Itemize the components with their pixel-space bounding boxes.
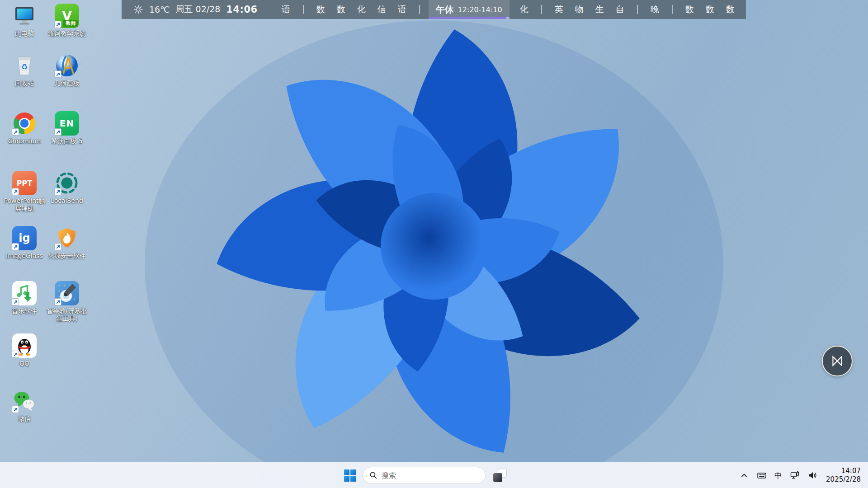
chromium-icon	[12, 111, 37, 136]
sketchpad-icon	[55, 53, 79, 78]
schedule-divider	[303, 5, 304, 14]
task-view-icon	[493, 469, 507, 482]
desktop-icon-weici[interactable]: V 教师 维词教学系统	[46, 4, 88, 38]
shortcut-arrow-icon	[12, 406, 19, 413]
teacher-badge: 教师	[63, 20, 78, 27]
desktop-icon-music-app[interactable]: 音乐软件	[4, 281, 45, 315]
taskbar-clock[interactable]: 14:07 2025/2/28	[826, 466, 861, 484]
desktop-icon-easinote[interactable]: EN 希沃白板 5	[46, 111, 88, 145]
search-input[interactable]	[382, 471, 479, 480]
desktop-icon-wechat[interactable]: 微信	[4, 389, 45, 422]
desktop-icon-zhihuijiao[interactable]: 智绘教(屏幕批注工具)	[46, 281, 88, 323]
localsend-icon	[55, 171, 79, 195]
volume-icon[interactable]	[807, 470, 817, 480]
class-schedule-bar: 16℃ 周五 02/28 14:06 语数数化信语午休12:20-14:10化英…	[122, 0, 746, 19]
desktop-icon-imageglass[interactable]: ig ImageGlass	[4, 226, 45, 260]
schedule-subject[interactable]: 物	[575, 4, 584, 15]
desktop-icon-ppt-touch-assist[interactable]: PPT PowerPoint触屏辅助	[4, 171, 45, 212]
desktop-icon-label: 此电脑	[4, 30, 45, 38]
desktop-icon-this-pc[interactable]: 此电脑	[4, 4, 45, 38]
this-pc-icon	[12, 4, 37, 28]
search-icon	[369, 471, 377, 479]
schedule-subject[interactable]: 语	[398, 4, 406, 15]
schedule-subject[interactable]: 化	[357, 4, 366, 15]
period-progress-bar	[429, 17, 509, 19]
qq-penguin-icon	[12, 333, 37, 358]
desktop-icon-chromium[interactable]: Chromium	[4, 111, 45, 145]
sun-icon	[133, 5, 143, 14]
shortcut-arrow-icon	[54, 21, 61, 28]
desktop-icon-sketchpad[interactable]: 几何画板	[46, 53, 88, 87]
task-view-button[interactable]	[491, 466, 509, 484]
current-period[interactable]: 午休12:20-14:10	[429, 0, 509, 19]
shortcut-arrow-icon	[12, 243, 19, 250]
desktop-icon-grid: 此电脑 V 教师 维词教学系统 ♻ 回收站	[3, 0, 93, 452]
ppt-assist-icon: PPT	[12, 171, 37, 195]
desktop-icon-label: ImageGlass	[4, 252, 45, 260]
desktop-icon-recycle-bin[interactable]: ♻ 回收站	[4, 53, 45, 87]
recycle-bin-icon: ♻	[12, 53, 37, 78]
wechat-icon	[12, 389, 37, 413]
tray-chevron-up-icon[interactable]	[739, 470, 749, 480]
desktop-icon-huorong[interactable]: 火绒安全软件	[46, 226, 88, 260]
desktop-icon-localsend[interactable]: LocalSend	[46, 171, 88, 205]
weather-time-group: 16℃ 周五 02/28 14:06	[133, 4, 258, 15]
desktop-icon-qq[interactable]: QQ	[4, 333, 45, 367]
shortcut-arrow-icon	[12, 188, 19, 195]
easinote-icon: EN	[55, 111, 79, 136]
shortcut-arrow-icon	[12, 128, 19, 136]
desktop-icon-label: 回收站	[4, 80, 45, 87]
imageglass-icon: ig	[12, 226, 37, 250]
whiteboard-assistant-button[interactable]	[822, 346, 853, 376]
current-period-name: 午休	[436, 4, 454, 16]
schedule-subject[interactable]: 数	[685, 4, 694, 15]
schedule-divider	[672, 5, 673, 14]
schedule-subject[interactable]: 英	[555, 4, 563, 15]
svg-text:♻: ♻	[21, 62, 28, 71]
shortcut-arrow-icon	[54, 243, 61, 250]
schedule-subject[interactable]: 语	[282, 4, 290, 15]
windows-logo-icon	[344, 469, 356, 482]
schedule-subject[interactable]: 晚	[651, 4, 659, 15]
schedule-subject[interactable]: 数	[726, 4, 735, 15]
schedule-subject[interactable]: 信	[377, 4, 386, 15]
schedule-divider	[419, 5, 420, 14]
shortcut-arrow-icon	[12, 298, 19, 305]
desktop-icon-label: QQ	[4, 360, 45, 367]
network-icon[interactable]	[790, 470, 800, 480]
clock-time: 14:07	[826, 466, 861, 475]
ime-language-indicator[interactable]: 中	[774, 470, 782, 481]
search-box[interactable]	[363, 467, 486, 484]
period-progress-fill	[429, 17, 506, 19]
shortcut-arrow-icon	[54, 70, 61, 78]
screen-annotation-icon	[55, 281, 79, 305]
desktop-icon-label: 微信	[4, 415, 45, 422]
schedule-divider	[541, 5, 542, 14]
wallpaper-bloom	[0, 0, 868, 488]
schedule-subject[interactable]: 生	[595, 4, 604, 15]
system-tray: 中	[739, 462, 817, 488]
desktop-icon-label: 智绘教(屏幕批注工具)	[46, 307, 88, 323]
touch-keyboard-icon[interactable]	[757, 470, 767, 480]
schedule-divider	[637, 5, 638, 14]
desktop-icon-label: 几何画板	[46, 80, 88, 87]
class-schedule: 语数数化信语午休12:20-14:10化英物生自晚数数数	[276, 0, 741, 19]
huorong-shield-icon	[55, 226, 79, 250]
schedule-subject[interactable]: 数	[337, 4, 345, 15]
current-period-time: 12:20-14:10	[458, 5, 502, 14]
music-download-icon	[12, 281, 37, 305]
start-button[interactable]	[340, 465, 360, 485]
shortcut-arrow-icon	[12, 351, 19, 358]
shortcut-arrow-icon	[54, 188, 61, 195]
schedule-subject[interactable]: 化	[520, 4, 528, 15]
taskbar: 中 14:07 2025/2/28	[0, 462, 868, 488]
temperature: 16℃	[149, 5, 170, 14]
schedule-subject[interactable]: 数	[316, 4, 325, 15]
clock-date: 2025/2/28	[826, 475, 861, 484]
desktop-icon-label: 维词教学系统	[46, 30, 88, 38]
desktop-icon-label: LocalSend	[46, 197, 88, 205]
schedule-subject[interactable]: 数	[706, 4, 714, 15]
shortcut-arrow-icon	[54, 128, 61, 136]
schedule-subject[interactable]: 自	[616, 4, 624, 15]
desktop-icon-label: Chromium	[4, 137, 45, 145]
